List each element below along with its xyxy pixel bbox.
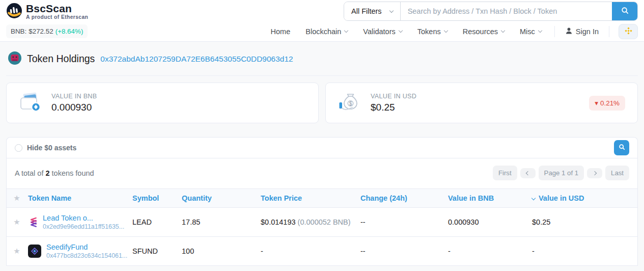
chevron-right-icon: [593, 171, 597, 175]
value-in-usd-label: VALUE IN USD: [371, 93, 416, 100]
token-symbol: SFUND: [128, 237, 178, 266]
search-input[interactable]: [401, 2, 612, 20]
binance-logo-icon: [624, 26, 633, 37]
value-in-bnb-amount: 0.000930: [51, 102, 97, 113]
nav-blockchain-label: Blockchain: [305, 28, 341, 36]
value-in-usd-amount: $0.25: [371, 102, 416, 113]
favorite-star-icon[interactable]: ★: [13, 218, 20, 226]
bnb-price-value: $272.52: [29, 28, 53, 35]
search-filter-dropdown[interactable]: All Filters: [344, 2, 401, 20]
pagination-first-button[interactable]: First: [493, 166, 517, 180]
header-change-24h[interactable]: Change (24h): [356, 189, 444, 208]
value-in-bnb-card: VALUE IN BNB 0.000930: [6, 83, 319, 123]
pagination-prev-button[interactable]: [520, 168, 536, 178]
chevron-down-icon: [538, 29, 542, 33]
pagination-last-button[interactable]: Last: [605, 166, 629, 180]
search-filter-label: All Filters: [351, 7, 382, 15]
nav-validators[interactable]: Validators: [356, 23, 408, 40]
sign-in-button[interactable]: Sign In: [561, 24, 603, 39]
token-symbol: LEAD: [128, 208, 178, 237]
svg-text:$: $: [349, 100, 352, 106]
token-price: -: [257, 237, 356, 266]
nav-resources[interactable]: Resources: [456, 23, 511, 40]
brand-text: BscScan A product of Etherscan: [26, 3, 88, 20]
nav-home[interactable]: Home: [264, 23, 297, 40]
address-identicon-avatar: [8, 51, 21, 66]
usd-change-value: 0.21%: [600, 99, 620, 107]
table-search-button[interactable]: [614, 140, 629, 155]
triangle-down-icon: ▾: [595, 99, 598, 107]
nav-misc-label: Misc: [520, 28, 535, 36]
page-title-row: Token Holdings 0x372abdAb1207259DA72E6B6…: [6, 42, 638, 76]
chevron-down-icon: [501, 29, 505, 33]
token-holdings-table: ★ Token Name Symbol Quantity Token Price…: [7, 188, 637, 266]
chevron-down-icon: [399, 29, 403, 33]
token-address-link[interactable]: 0x2ed9e96edd11a1ff51635...: [43, 223, 124, 230]
person-icon: [565, 27, 573, 36]
bscscan-logo[interactable]: BscScan A product of Etherscan: [6, 3, 88, 20]
table-row: ★ SeedifyFund 0x477bc8d23c6: [7, 237, 637, 266]
header-favorite-column: ★: [7, 189, 24, 208]
money-bag-icon: $: [338, 92, 361, 115]
pagination: First Page 1 of 1 Last: [493, 166, 629, 180]
token-value-usd: -: [528, 237, 637, 266]
pagination-next-button[interactable]: [587, 168, 602, 178]
search-submit-button[interactable]: [612, 2, 637, 20]
page-title: Token Holdings: [27, 53, 95, 65]
hide-zero-assets-toggle[interactable]: Hide $0 assets: [15, 144, 76, 152]
sort-descending-icon: [531, 196, 536, 200]
token-value-bnb: 0.000930: [444, 208, 528, 237]
token-name-link[interactable]: SeedifyFund: [46, 243, 127, 251]
nav-tokens-label: Tokens: [417, 28, 441, 36]
card-text: VALUE IN USD $0.25: [371, 93, 416, 113]
token-value-usd: $0.25: [528, 208, 637, 237]
tokens-found-count: 2: [45, 169, 49, 177]
nav-misc[interactable]: Misc: [513, 23, 548, 40]
hide-zero-label: Hide $0 assets: [27, 144, 76, 152]
nav-divider: [609, 26, 609, 37]
header-token-price[interactable]: Token Price: [257, 189, 356, 208]
token-holdings-card: Hide $0 assets A total of 2 tokens found…: [6, 137, 638, 266]
token-name-block: SeedifyFund 0x477bc8d23c634c154061...: [46, 243, 127, 259]
nav-blockchain[interactable]: Blockchain: [299, 23, 354, 40]
chevron-down-icon: [344, 29, 348, 33]
table-summary-row: A total of 2 tokens found First Page 1 o…: [7, 158, 637, 188]
chevron-down-icon: [443, 29, 447, 33]
nav-tokens[interactable]: Tokens: [411, 23, 454, 40]
hide-zero-checkbox[interactable]: [15, 144, 22, 152]
token-name-link[interactable]: Lead Token o...: [43, 214, 124, 222]
search-icon: [619, 144, 625, 152]
nav-divider: [554, 26, 555, 37]
favorite-star-icon[interactable]: ★: [13, 247, 20, 255]
token-name-block: Lead Token o... 0x2ed9e96edd11a1ff51635.…: [43, 214, 124, 230]
holdings-address-link[interactable]: 0x372abdAb1207259DA72E6B6453055C0DD9063d…: [100, 55, 293, 64]
header-value-in-usd[interactable]: Value in USD: [528, 189, 637, 208]
table-header-row: ★ Token Name Symbol Quantity Token Price…: [7, 189, 637, 208]
bscscan-logo-icon: [6, 3, 22, 20]
usd-change-badge: ▾ 0.21%: [589, 96, 625, 111]
brand-name: BscScan: [26, 3, 88, 14]
tokens-found-prefix: A total of: [15, 169, 45, 177]
brand-tagline: A product of Etherscan: [26, 14, 88, 20]
token-address-link[interactable]: 0x477bc8d23c634c154061...: [46, 252, 127, 259]
token-price-usd: -: [261, 247, 263, 255]
token-price: $0.014193 (0.000052 BNB): [257, 208, 356, 237]
nav-validators-label: Validators: [363, 28, 395, 36]
card-text: VALUE IN BNB 0.000930: [51, 93, 97, 113]
header-token-name[interactable]: Token Name: [24, 189, 128, 208]
token-change-24h: --: [356, 237, 444, 266]
header-nav-row: BNB: $272.52 (+8.64%) Home Blockchain Va…: [0, 21, 644, 42]
sign-in-label: Sign In: [576, 28, 599, 36]
header-value-in-bnb[interactable]: Value in BNB: [444, 189, 528, 208]
header-top-row: BscScan A product of Etherscan All Filte…: [0, 0, 644, 21]
header-symbol[interactable]: Symbol: [128, 189, 178, 208]
tokens-found-text: A total of 2 tokens found: [15, 169, 94, 177]
token-price-bnb: (0.000052 BNB): [298, 218, 351, 226]
token-cell: SeedifyFund 0x477bc8d23c634c154061...: [28, 243, 124, 259]
nav-home-label: Home: [271, 28, 291, 36]
token-change-24h: --: [356, 208, 444, 237]
binance-network-button[interactable]: [619, 24, 638, 39]
bnb-price-ticker[interactable]: BNB: $272.52 (+8.64%): [6, 24, 88, 38]
header-quantity[interactable]: Quantity: [178, 189, 257, 208]
lead-token-logo-icon: [28, 216, 38, 228]
